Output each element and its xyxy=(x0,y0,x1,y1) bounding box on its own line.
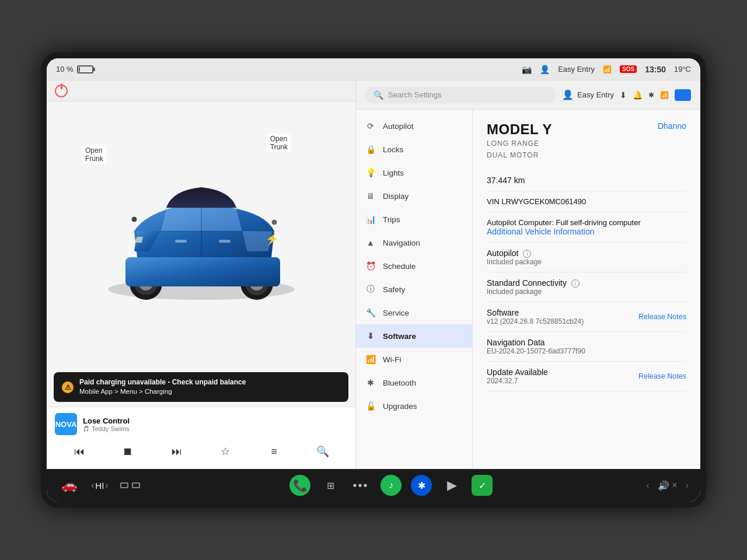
nav-safety[interactable]: ⓘ Safety xyxy=(356,278,472,301)
nav-trips[interactable]: 📊 Trips xyxy=(356,208,472,231)
connectivity-info-icon: i xyxy=(571,279,580,288)
easy-entry-header: 👤 Easy Entry xyxy=(562,89,614,100)
upgrades-icon: 🔓 xyxy=(365,401,376,411)
lights-icon: 💡 xyxy=(365,167,376,178)
safety-icon: ⓘ xyxy=(365,284,376,295)
frunk-label[interactable]: Open Frunk xyxy=(82,145,107,164)
search-icon: 🔍 xyxy=(374,90,383,100)
phone-button[interactable]: 📞 xyxy=(289,475,310,496)
equalizer-button[interactable]: ≡ xyxy=(265,442,284,461)
software-row: Software v12 (2024.26.8 7c528851cb24) Re… xyxy=(487,302,686,332)
nav-autopilot[interactable]: ⟳ Autopilot xyxy=(356,114,472,138)
check-button[interactable]: ✓ xyxy=(472,475,493,496)
search-music-button[interactable]: 🔍 xyxy=(313,442,332,461)
battery-fill xyxy=(79,67,80,72)
car-home-button[interactable]: 🚗 xyxy=(58,475,79,496)
owner-name: Dhanno xyxy=(658,121,686,131)
svg-rect-10 xyxy=(219,240,231,243)
profile-icon-header: 👤 xyxy=(562,89,574,100)
left-top-bar xyxy=(47,80,355,102)
software-version: v12 (2024.26.8 7c528851cb24) xyxy=(487,317,584,326)
lock-icon: 🔒 xyxy=(365,144,376,155)
autopilot-info-icon: i xyxy=(523,250,531,258)
camera-icon: 📷 xyxy=(522,65,532,74)
taskbar-center: 📞 ⊞ ••• ♪ ✱ ▶ ✓ xyxy=(175,475,607,496)
nav-software[interactable]: ⬇ Software xyxy=(356,324,472,348)
battery-percent: 10 % xyxy=(56,65,74,74)
playback-sub-icons xyxy=(120,482,140,488)
nav-back-button[interactable]: ‹ xyxy=(91,480,94,491)
grid-button[interactable]: ⊞ xyxy=(320,475,341,496)
nav-locks[interactable]: 🔒 Locks xyxy=(356,138,472,161)
nav-forward-button[interactable]: › xyxy=(105,480,108,491)
app-switcher[interactable] xyxy=(675,89,691,101)
left-panel: Open Frunk Open Trunk xyxy=(47,80,356,469)
mute-icon[interactable]: ✕ xyxy=(672,481,678,489)
screen-icon-2 xyxy=(132,482,140,488)
connectivity-row: Standard Connectivity i Included package xyxy=(487,272,686,302)
settings-header: 🔍 Search Settings 👤 Easy Entry ⬇ 🔔 ✱ 📶 xyxy=(356,80,700,110)
nav-service[interactable]: 🔧 Service xyxy=(356,301,472,324)
display-icon: 🖥 xyxy=(365,191,376,201)
nav-lights[interactable]: 💡 Lights xyxy=(356,161,472,184)
stop-button[interactable]: ⏹ xyxy=(118,442,137,461)
search-bar[interactable]: 🔍 Search Settings xyxy=(365,87,556,103)
volume-icon[interactable]: 🔊 xyxy=(658,480,669,491)
spotify-button[interactable]: ♪ xyxy=(381,475,402,496)
vin-value: VIN LRWYGCEK0MC061490 xyxy=(487,197,686,206)
easy-entry-status: Easy Entry xyxy=(558,65,595,74)
vehicle-header: MODEL Y LONG RANGE DUAL MOTOR Dhanno xyxy=(487,121,686,162)
release-notes-button-2[interactable]: Release Notes xyxy=(638,372,686,380)
release-notes-button[interactable]: Release Notes xyxy=(638,313,686,321)
nav-controls: ‹ HI › xyxy=(91,480,109,491)
prev-button[interactable]: ⏮ xyxy=(70,442,89,461)
nav-display[interactable]: 🖥 Display xyxy=(356,184,472,208)
settings-nav: ⟳ Autopilot 🔒 Locks 💡 Lights 🖥 xyxy=(356,110,473,469)
easy-entry-label: Easy Entry xyxy=(558,65,595,74)
charging-notification[interactable]: ⚠ Paid charging unavailable - Check unpa… xyxy=(54,372,348,402)
volume-next-button[interactable]: › xyxy=(686,480,689,491)
schedule-icon: ⏰ xyxy=(365,261,376,271)
nav-schedule[interactable]: ⏰ Schedule xyxy=(356,254,472,278)
signal-icon-header: 📶 xyxy=(660,91,669,99)
profile-icon: 👤 xyxy=(540,65,550,74)
navigation-icon: ▲ xyxy=(365,237,376,248)
service-icon: 🔧 xyxy=(365,307,376,318)
download-icon-header: ⬇ xyxy=(620,90,627,100)
vehicle-line1: LONG RANGE DUAL MOTOR xyxy=(487,138,552,162)
music-details: Lose Control 🎵 Teddy Swims xyxy=(83,416,130,432)
media-button[interactable]: ▶ xyxy=(441,475,462,496)
battery-section: 10 % xyxy=(56,65,93,74)
dots-button[interactable]: ••• xyxy=(350,475,371,496)
autopilot-sub-label: Included package xyxy=(487,258,542,266)
update-main-label: Update Available xyxy=(487,368,548,377)
music-title: Lose Control xyxy=(83,416,130,425)
bluetooth-nav-icon: ✱ xyxy=(365,377,376,388)
nav-upgrades[interactable]: 🔓 Upgrades xyxy=(356,394,472,418)
next-button[interactable]: ⏭ xyxy=(167,442,186,461)
nav-data-row: Navigation Data EU-2024.20-15072-6ad3777… xyxy=(487,332,686,362)
trunk-label[interactable]: Open Trunk xyxy=(267,134,291,152)
status-time: 13:50 xyxy=(645,65,666,74)
nav-wifi[interactable]: 📶 Wi-Fi xyxy=(356,348,472,371)
status-bar: 10 % 📷 👤 Easy Entry 📶 SOS 13:50 19°C xyxy=(47,58,700,80)
trips-icon: 📊 xyxy=(365,214,376,225)
volume-prev-button[interactable]: ‹ xyxy=(646,480,649,491)
hi-label: HI xyxy=(95,481,104,491)
screen-inner: 10 % 📷 👤 Easy Entry 📶 SOS 13:50 19°C xyxy=(47,58,700,502)
nav-data-label-group: Navigation Data EU-2024.20-15072-6ad3777… xyxy=(487,338,585,355)
favorite-button[interactable]: ☆ xyxy=(216,442,235,461)
autopilot-main-label: Autopilot i xyxy=(487,249,542,258)
svg-rect-9 xyxy=(175,240,187,243)
software-main-label: Software xyxy=(487,308,584,317)
music-controls: ⏮ ⏹ ⏭ ☆ ≡ 🔍 xyxy=(55,440,347,463)
search-placeholder: Search Settings xyxy=(388,90,442,99)
bluetooth-button[interactable]: ✱ xyxy=(411,475,432,496)
power-icon[interactable] xyxy=(55,85,68,97)
software-label-group: Software v12 (2024.26.8 7c528851cb24) xyxy=(487,308,584,326)
nav-navigation[interactable]: ▲ Navigation xyxy=(356,231,472,254)
additional-info-link[interactable]: Additional Vehicle Information xyxy=(487,227,686,236)
nav-bluetooth[interactable]: ✱ Bluetooth xyxy=(356,371,472,394)
mileage-value: 37.447 km xyxy=(487,176,686,185)
music-info: NOVA Lose Control 🎵 Teddy Swims xyxy=(55,413,347,435)
